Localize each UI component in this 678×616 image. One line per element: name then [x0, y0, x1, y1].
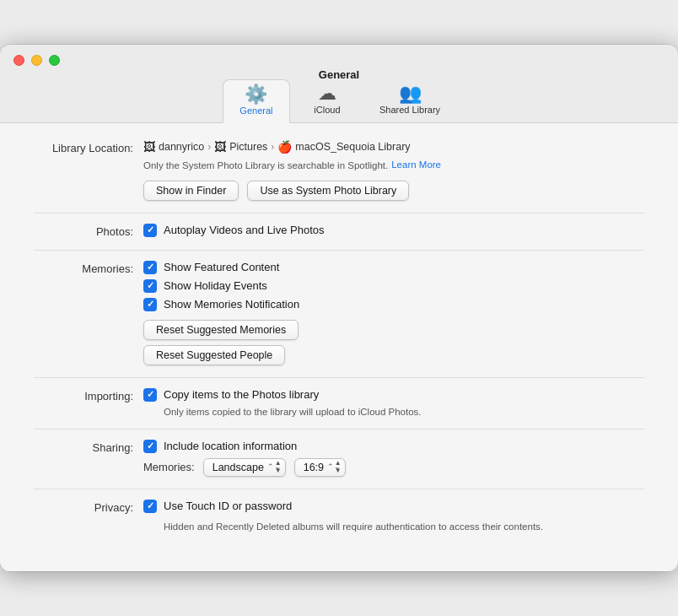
tab-shared-library[interactable]: 👥 Shared Library [364, 79, 455, 122]
orientation-select-wrapper: Landscape Portrait Square ▲ ▼ [203, 458, 286, 477]
checkmark-icon: ✓ [147, 390, 154, 399]
main-window: General ⚙️ General ☁ iCloud 👥 Shared Lib… [0, 45, 678, 571]
touchid-label: Use Touch ID or password [164, 500, 292, 512]
sharing-content: ✓ Include location information Memories:… [143, 440, 644, 477]
privacy-section: Privacy: ✓ Use Touch ID or password Hidd… [34, 500, 644, 534]
include-location-checkbox[interactable]: ✓ [143, 440, 157, 453]
importing-content: ✓ Copy items to the Photos library Only … [143, 388, 644, 417]
touchid-row: ✓ Use Touch ID or password [143, 500, 644, 513]
checkmark-icon: ✓ [147, 501, 154, 511]
close-button[interactable] [13, 55, 24, 66]
tab-general-label: General [239, 105, 272, 116]
path-library: macOS_Sequoia Library [295, 141, 410, 153]
featured-content-row: ✓ Show Featured Content [143, 261, 644, 274]
checkmark-icon: ✓ [147, 262, 154, 272]
memories-label: Memories: [34, 261, 143, 275]
library-buttons: Show in Finder Use as System Photo Libra… [143, 181, 644, 201]
sharing-label: Sharing: [34, 440, 143, 454]
importing-section: Importing: ✓ Copy items to the Photos li… [34, 388, 644, 417]
copy-items-note: Only items copied to the library will up… [143, 407, 644, 417]
touchid-checkbox[interactable]: ✓ [143, 500, 157, 513]
checkmark-icon: ✓ [147, 441, 154, 451]
memories-notification-label: Show Memories Notification [164, 298, 299, 311]
copy-items-row: ✓ Copy items to the Photos library [143, 388, 644, 402]
checkmark-icon: ✓ [147, 225, 154, 235]
tab-shared-library-label: Shared Library [379, 105, 440, 115]
content-area: Library Location: 🖼 dannyrico › 🖼 Pictur… [0, 123, 678, 571]
checkmark-icon: ✓ [147, 281, 154, 290]
path-user: dannyrico [159, 141, 204, 153]
include-location-label: Include location information [164, 440, 297, 452]
maximize-button[interactable] [49, 55, 60, 66]
memories-section: Memories: ✓ Show Featured Content ✓ Show… [34, 261, 644, 365]
divider-2 [34, 250, 644, 251]
reset-people-button-row: Reset Suggested People [143, 345, 644, 365]
holiday-events-label: Show Holiday Events [164, 279, 267, 292]
people-icon: 👥 [399, 84, 422, 103]
titlebar: General ⚙️ General ☁ iCloud 👥 Shared Lib… [0, 45, 678, 123]
library-location-label: Library Location: [34, 140, 143, 154]
photos-label: Photos: [34, 224, 143, 238]
library-location-content: 🖼 dannyrico › 🖼 Pictures › 🍎 macOS_Sequo… [143, 140, 644, 201]
divider-4 [34, 429, 644, 430]
macos-icon: 🍎 [277, 140, 292, 154]
cloud-icon: ☁ [318, 84, 336, 103]
tab-general[interactable]: ⚙️ General [223, 79, 290, 123]
divider-1 [34, 213, 644, 213]
photos-section: Photos: ✓ Autoplay Videos and Live Photo… [34, 224, 644, 238]
divider-3 [34, 377, 644, 378]
window-controls [13, 55, 60, 66]
pictures-folder-icon: 🖼 [214, 140, 226, 154]
privacy-label: Privacy: [34, 500, 143, 514]
memories-notification-row: ✓ Show Memories Notification [143, 298, 644, 311]
sharing-section: Sharing: ✓ Include location information … [34, 440, 644, 477]
holiday-events-row: ✓ Show Holiday Events [143, 279, 644, 293]
checkmark-icon: ✓ [147, 300, 154, 309]
featured-content-label: Show Featured Content [164, 261, 279, 273]
ratio-select-wrapper: 16:9 4:3 1:1 ▲ ▼ [294, 458, 346, 477]
learn-more-link[interactable]: Learn More [391, 159, 441, 170]
spotlight-row: Only the System Photo Library is searcha… [143, 159, 644, 170]
tab-icloud[interactable]: ☁ iCloud [293, 79, 361, 122]
photos-content: ✓ Autoplay Videos and Live Photos [143, 224, 644, 237]
orientation-select[interactable]: Landscape Portrait Square [203, 458, 286, 477]
holiday-events-checkbox[interactable]: ✓ [143, 279, 157, 293]
memories-notification-checkbox[interactable]: ✓ [143, 298, 157, 311]
autoplay-label: Autoplay Videos and Live Photos [164, 224, 325, 236]
use-as-system-button[interactable]: Use as System Photo Library [247, 181, 409, 201]
path-pictures: Pictures [229, 141, 267, 153]
toolbar: ⚙️ General ☁ iCloud 👥 Shared Library [223, 73, 455, 122]
library-location-section: Library Location: 🖼 dannyrico › 🖼 Pictur… [34, 140, 644, 201]
privacy-content: ✓ Use Touch ID or password Hidden and Re… [143, 500, 644, 534]
show-in-finder-button[interactable]: Show in Finder [143, 181, 239, 201]
minimize-button[interactable] [31, 55, 42, 66]
spotlight-note: Only the System Photo Library is searcha… [143, 160, 388, 170]
touchid-note: Hidden and Recently Deleted albums will … [143, 520, 548, 534]
gear-icon: ⚙️ [245, 85, 267, 104]
divider-5 [34, 489, 644, 489]
reset-people-button[interactable]: Reset Suggested People [143, 345, 285, 365]
include-location-row: ✓ Include location information [143, 440, 644, 453]
reset-memories-button[interactable]: Reset Suggested Memories [143, 320, 299, 340]
autoplay-checkbox[interactable]: ✓ [143, 224, 157, 237]
featured-content-checkbox[interactable]: ✓ [143, 261, 157, 274]
tab-icloud-label: iCloud [314, 105, 340, 115]
sharing-memories-label: Memories: [143, 461, 195, 473]
path-arrow-1: › [207, 141, 211, 153]
sharing-memories-row: Memories: Landscape Portrait Square ▲ ▼ [143, 458, 644, 477]
copy-items-checkbox[interactable]: ✓ [143, 388, 157, 402]
library-path: 🖼 dannyrico › 🖼 Pictures › 🍎 macOS_Sequo… [143, 140, 644, 154]
importing-label: Importing: [34, 388, 143, 403]
memories-content: ✓ Show Featured Content ✓ Show Holiday E… [143, 261, 644, 365]
ratio-select[interactable]: 16:9 4:3 1:1 [294, 458, 346, 477]
folder-icon: 🖼 [143, 140, 155, 154]
reset-buttons: Reset Suggested Memories [143, 320, 644, 340]
autoplay-row: ✓ Autoplay Videos and Live Photos [143, 224, 644, 237]
path-arrow-2: › [271, 141, 274, 153]
copy-items-label: Copy items to the Photos library [164, 388, 319, 401]
